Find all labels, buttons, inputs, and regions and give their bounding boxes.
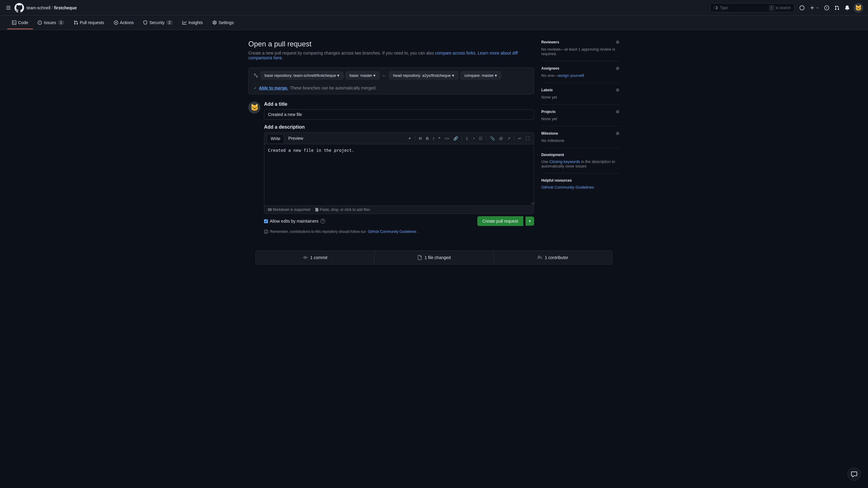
tab-code-label: Code <box>18 20 28 25</box>
pullrequest-button[interactable] <box>833 4 841 12</box>
tab-security[interactable]: Security 2 <box>138 17 177 29</box>
editor-footer: Markdown is supported Paste, drop, or cl… <box>264 205 534 214</box>
ordered-list-button[interactable]: 1. <box>464 135 471 142</box>
pr-title-input[interactable] <box>264 109 534 120</box>
nav-left: team-schnell / firstcheque <box>5 3 707 13</box>
ai-assist-button[interactable]: ✦ <box>406 135 413 142</box>
tab-actions[interactable]: Actions <box>109 17 138 29</box>
avatar[interactable]: 🐱 <box>854 3 863 13</box>
preview-tab[interactable]: Preview <box>284 134 307 143</box>
arrow-icon: ← <box>382 73 387 78</box>
closing-keywords-link[interactable]: Closing keywords <box>550 159 580 164</box>
assignees-title: Assignees <box>541 66 559 70</box>
description-editor: Write Preview ✦ H B I ❝ <> 🔗 1. <box>264 132 534 214</box>
reference-button[interactable]: ↗ <box>505 135 513 142</box>
task-list-button[interactable]: ☑ <box>477 135 484 142</box>
helpful-section: Helpful resources GitHub Community Guide… <box>541 173 620 194</box>
tab-security-label: Security <box>149 20 164 25</box>
submit-row: Allow edits by maintainers ? Create pull… <box>264 216 534 226</box>
create-pr-button[interactable]: Create pull request <box>477 216 523 226</box>
tab-issues-label: Issues <box>44 20 56 25</box>
editor-toolbar: ✦ H B I ❝ <> 🔗 1. • ☑ <box>406 135 531 142</box>
toolbar-sep-2 <box>462 136 462 141</box>
compare-forks-link[interactable]: compare across forks. <box>435 51 476 56</box>
projects-gear[interactable]: ⚙ <box>616 109 620 114</box>
path-separator: / <box>52 5 53 10</box>
editor-tabs-toolbar: Write Preview ✦ H B I ❝ <> 🔗 1. <box>264 133 534 144</box>
github-logo-icon <box>14 3 24 13</box>
info-text: Remember, contributions to this reposito… <box>270 230 366 234</box>
compare-branch-label: compare: master <box>464 73 494 78</box>
assignees-header: Assignees ⚙ <box>541 66 620 71</box>
milestone-value: No milestone <box>541 138 620 143</box>
undo-button[interactable]: ↩ <box>516 135 523 142</box>
assignees-gear[interactable]: ⚙ <box>616 66 620 71</box>
reviewers-gear[interactable]: ⚙ <box>616 40 620 44</box>
allow-edits-label[interactable]: Allow edits by maintainers ? <box>264 219 325 224</box>
commit-label: 1 commit <box>310 255 327 260</box>
italic-button[interactable]: I <box>431 135 436 142</box>
labels-section: Labels ⚙ None yet <box>541 83 620 104</box>
base-repo-btn[interactable]: base repository: team-schnell/firstchequ… <box>261 71 343 79</box>
assignees-section: Assignees ⚙ No one—assign yourself <box>541 61 620 83</box>
issues-button[interactable] <box>823 4 831 12</box>
compare-branch-btn[interactable]: compare: master ▾ <box>461 71 501 79</box>
check-icon: ✓ <box>253 86 257 90</box>
notifications-button[interactable] <box>843 4 851 12</box>
code-button[interactable]: <> <box>443 135 451 142</box>
allow-edits-checkbox[interactable] <box>264 219 268 223</box>
file-stat[interactable]: 1 file changed <box>375 251 493 264</box>
settings-tab-icon <box>213 21 217 25</box>
fullscreen-button[interactable]: ⛶ <box>524 135 531 142</box>
tab-issues[interactable]: Issues 1 <box>33 17 69 29</box>
tab-pr-label: Pull requests <box>80 20 104 25</box>
tab-insights-label: Insights <box>188 20 203 25</box>
assign-yourself-link[interactable]: assign yourself <box>558 73 584 78</box>
bold-button[interactable]: B <box>424 135 430 142</box>
milestone-gear[interactable]: ⚙ <box>616 131 620 136</box>
add-title-label: Add a title <box>264 101 534 107</box>
pr-form: 🐱 Add a title Add a description Write Pr… <box>248 101 534 234</box>
quote-button[interactable]: ❝ <box>436 135 442 142</box>
contributor-icon <box>537 255 542 260</box>
file-upload-label[interactable]: Paste, drop, or click to add files <box>315 207 370 212</box>
create-button[interactable] <box>808 4 820 12</box>
unordered-list-button[interactable]: • <box>471 135 476 142</box>
description-textarea[interactable]: Created a new file in the project. <box>264 144 534 204</box>
create-pr-dropdown[interactable]: ▾ <box>526 217 534 226</box>
tab-insights[interactable]: Insights <box>178 17 208 29</box>
contributor-label: 1 contributor <box>545 255 568 260</box>
search-bar[interactable]: Type / to search <box>710 3 795 12</box>
able-to-merge-link[interactable]: Able to merge. <box>259 86 288 90</box>
heading-button[interactable]: H <box>417 135 424 142</box>
link-button[interactable]: 🔗 <box>452 135 460 142</box>
commit-stat[interactable]: 1 commit <box>256 251 375 264</box>
hamburger-button[interactable] <box>5 4 12 11</box>
search-suffix: to search <box>776 6 790 10</box>
repo-owner-link[interactable]: team-schnell <box>27 5 50 10</box>
contributor-stat[interactable]: 1 contributor <box>494 251 612 264</box>
tab-actions-label: Actions <box>120 20 134 25</box>
help-icon: ? <box>320 219 325 224</box>
attach-button[interactable]: 📎 <box>488 135 497 142</box>
mention-button[interactable]: @ <box>497 135 505 142</box>
labels-value: None yet <box>541 95 620 99</box>
pr-tab-icon <box>74 21 78 25</box>
repo-path: team-schnell / firstcheque <box>27 5 77 10</box>
community-guidelines-link[interactable]: GitHub Community Guidelines <box>368 230 416 234</box>
base-branch-btn[interactable]: base: master ▾ <box>346 71 379 79</box>
repo-name-link[interactable]: firstcheque <box>54 5 76 10</box>
security-badge: 2 <box>166 20 173 25</box>
footer-stats: 1 commit 1 file changed 1 contributor <box>255 251 613 264</box>
labels-gear[interactable]: ⚙ <box>616 88 620 93</box>
tab-code[interactable]: Code <box>7 17 33 29</box>
head-repo-btn[interactable]: head repository: a2ys/firstcheque ▾ <box>389 71 458 79</box>
tab-settings[interactable]: Settings <box>208 17 239 29</box>
copilot-button[interactable] <box>798 4 806 12</box>
info-row: Remember, contributions to this reposito… <box>264 230 534 234</box>
chat-button[interactable] <box>847 467 861 481</box>
community-guidelines-sidebar-link[interactable]: GitHub Community Guidelines <box>541 185 620 190</box>
reviewers-value: No reviews—at least 1 approving review i… <box>541 47 620 56</box>
write-tab[interactable]: Write <box>267 134 284 143</box>
tab-pullrequests[interactable]: Pull requests <box>69 17 109 29</box>
